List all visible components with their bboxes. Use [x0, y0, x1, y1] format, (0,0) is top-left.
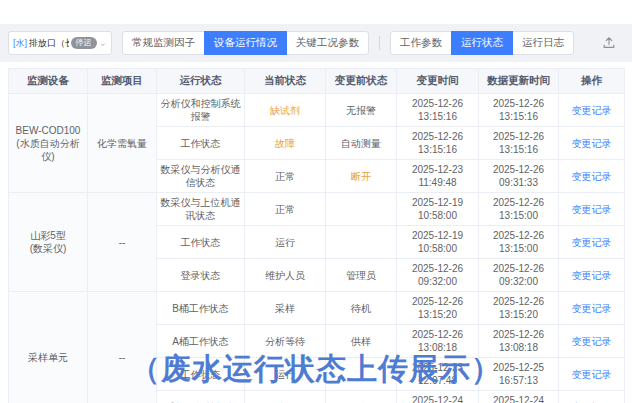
current-status-cell: 运行	[245, 226, 326, 259]
column-header: 监测设备	[9, 69, 88, 94]
column-header: 操作	[559, 69, 625, 94]
current-status-cell: 采样	[245, 292, 326, 325]
status-item-cell: 采样器门禁状态	[157, 391, 245, 403]
divider	[379, 36, 380, 50]
tab-work-params[interactable]: 工作参数	[390, 31, 452, 55]
before-status-cell: 管理员	[326, 259, 397, 292]
outlet-name: 排放口（长天）	[29, 37, 69, 50]
update-time-cell: 2025-12-26 09:31:33	[479, 160, 559, 193]
change-time-cell: 2025-12-24 18:45:56	[397, 391, 479, 403]
table-header-row: 监测设备监测项目运行状态当前状态变更前状态变更时间数据更新时间操作	[9, 69, 625, 94]
upload-icon	[602, 36, 616, 50]
change-time-cell: 2025-12-19 10:58:00	[397, 193, 479, 226]
column-header: 变更前状态	[326, 69, 397, 94]
action-cell: 变更记录	[559, 226, 625, 259]
change-time-cell: 2025-12-26 13:15:16	[397, 94, 479, 127]
current-status-cell: 故障	[245, 127, 326, 160]
before-status-cell: 无报警	[326, 94, 397, 127]
toolbar: [水] 排放口（长天） 停运 ⌄ 常规监测因子 设备运行情况 关键工况参数 工作…	[0, 24, 632, 62]
change-record-link[interactable]: 变更记录	[572, 270, 612, 281]
status-item-cell: 工作状态	[157, 127, 245, 160]
status-item-cell: 工作状态	[157, 226, 245, 259]
update-time-cell: 2025-12-26 13:15:00	[479, 226, 559, 259]
column-header: 数据更新时间	[479, 69, 559, 94]
table-row: BEW-COD100(水质自动分析仪)化学需氧量分析仪和控制系统报警缺试剂无报警…	[9, 94, 625, 127]
current-status-cell: 缺试剂	[245, 94, 326, 127]
tab-running-log[interactable]: 运行日志	[512, 31, 574, 55]
monitor-tab-group: 常规监测因子 设备运行情况 关键工况参数	[122, 31, 369, 55]
column-header: 监测项目	[88, 69, 157, 94]
update-time-cell: 2025-12-26 09:32:00	[479, 259, 559, 292]
export-button[interactable]	[600, 34, 618, 52]
current-status-cell: 关门	[245, 391, 326, 403]
device-cell: BEW-COD100(水质自动分析仪)	[9, 94, 88, 193]
current-status-cell: 维护人员	[245, 259, 326, 292]
update-time-cell: 2025-12-24 19:40:05	[479, 391, 559, 403]
before-status-cell	[326, 193, 397, 226]
chevron-down-icon: ⌄	[99, 38, 107, 48]
action-cell: 变更记录	[559, 94, 625, 127]
status-tag: 停运	[71, 37, 97, 49]
column-header: 变更时间	[397, 69, 479, 94]
water-type-prefix: [水]	[13, 37, 27, 50]
current-status-cell: 正常	[245, 193, 326, 226]
tab-key-condition-params[interactable]: 关键工况参数	[286, 31, 369, 55]
before-status-cell: 待机	[326, 292, 397, 325]
tab-running-state[interactable]: 运行状态	[451, 31, 513, 55]
change-record-link[interactable]: 变更记录	[572, 105, 612, 116]
current-status-cell: 正常	[245, 160, 326, 193]
item-cell: 化学需氧量	[88, 94, 157, 193]
change-record-link[interactable]: 变更记录	[572, 204, 612, 215]
before-status-cell	[326, 226, 397, 259]
change-time-cell: 2025-12-26 09:32:00	[397, 259, 479, 292]
change-record-link[interactable]: 变更记录	[572, 336, 612, 347]
outlet-select[interactable]: [水] 排放口（长天） 停运 ⌄	[8, 31, 112, 55]
action-cell: 变更记录	[559, 292, 625, 325]
status-item-cell: B桶工作状态	[157, 292, 245, 325]
status-tab-group: 工作参数 运行状态 运行日志	[390, 31, 574, 55]
status-item-cell: 登录状态	[157, 259, 245, 292]
update-time-cell: 2025-12-26 13:15:00	[479, 193, 559, 226]
table-row: 采样单元--B桶工作状态采样待机2025-12-26 13:15:202025-…	[9, 292, 625, 325]
page-caption: （废水运行状态上传展示）	[0, 349, 632, 390]
item-cell: --	[88, 193, 157, 292]
table-row: 山彩5型(数采仪)--数采仪与上位机通讯状态正常2025-12-19 10:58…	[9, 193, 625, 226]
device-cell: 山彩5型(数采仪)	[9, 193, 88, 292]
column-header: 运行状态	[157, 69, 245, 94]
status-item-cell: 数采仪与分析仪通信状态	[157, 160, 245, 193]
update-time-cell: 2025-12-26 13:15:16	[479, 127, 559, 160]
action-cell: 变更记录	[559, 160, 625, 193]
change-time-cell: 2025-12-19 10:58:00	[397, 226, 479, 259]
action-cell: 变更记录	[559, 193, 625, 226]
action-cell: 变更记录	[559, 391, 625, 403]
before-status-cell: 开门	[326, 391, 397, 403]
change-time-cell: 2025-12-26 13:15:16	[397, 127, 479, 160]
before-status-cell: 自动测量	[326, 127, 397, 160]
update-time-cell: 2025-12-26 13:15:20	[479, 292, 559, 325]
before-status-cell: 断开	[326, 160, 397, 193]
status-item-cell: 分析仪和控制系统报警	[157, 94, 245, 127]
update-time-cell: 2025-12-26 13:15:16	[479, 94, 559, 127]
change-record-link[interactable]: 变更记录	[572, 171, 612, 182]
action-cell: 变更记录	[559, 127, 625, 160]
status-item-cell: 数采仪与上位机通讯状态	[157, 193, 245, 226]
change-record-link[interactable]: 变更记录	[572, 303, 612, 314]
action-cell: 变更记录	[559, 259, 625, 292]
column-header: 当前状态	[245, 69, 326, 94]
change-time-cell: 2025-12-23 11:49:48	[397, 160, 479, 193]
tab-device-running-status[interactable]: 设备运行情况	[204, 31, 287, 55]
change-record-link[interactable]: 变更记录	[572, 237, 612, 248]
tab-regular-monitor-factors[interactable]: 常规监测因子	[122, 31, 205, 55]
change-record-link[interactable]: 变更记录	[572, 138, 612, 149]
change-time-cell: 2025-12-26 13:15:20	[397, 292, 479, 325]
